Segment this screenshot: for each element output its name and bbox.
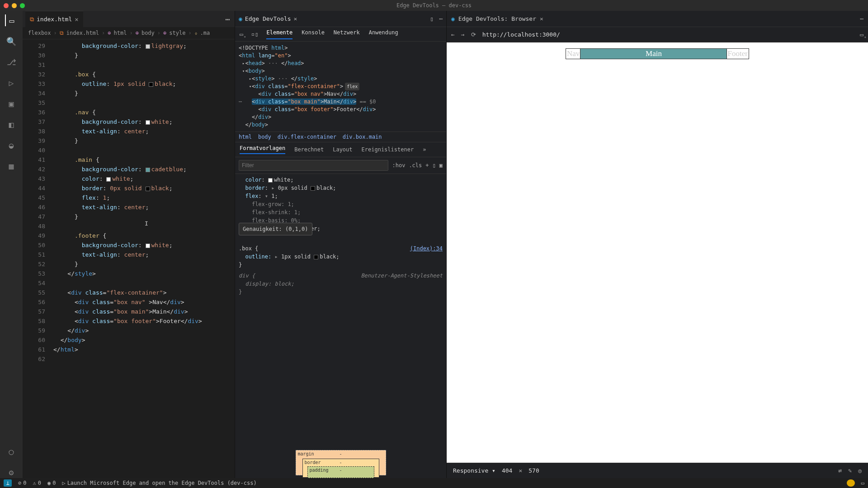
dom-tree[interactable]: <!DOCTYPE html> <html lang="en"> ▸<head>…: [235, 42, 446, 132]
close-tab-icon[interactable]: ×: [540, 15, 543, 22]
reload-icon[interactable]: ⟳: [471, 31, 476, 38]
code-lines: background-color: lightgray; } .box { ou…: [23, 39, 235, 354]
tab-anwendung[interactable]: Anwendung: [369, 29, 398, 39]
errors-count[interactable]: ⊘ 0: [18, 480, 26, 486]
url-field[interactable]: http://localhost:3000/: [482, 31, 854, 38]
run-debug-icon[interactable]: ▷: [5, 77, 17, 89]
browser-urlbar: ← → ⟳ http://localhost:3000/ ▭̥: [447, 27, 868, 42]
device-mode[interactable]: Responsive ▾: [453, 467, 495, 474]
add-rule-icon[interactable]: +: [425, 162, 429, 169]
screenshot-icon[interactable]: ◎: [858, 467, 862, 474]
cls-toggle[interactable]: .cls: [409, 162, 422, 169]
tab-label: Edge DevTools: Browser: [458, 15, 536, 22]
window-title: Edge DevTools — dev-css: [396, 2, 472, 9]
rendered-page: Nav Main Footer: [566, 49, 749, 59]
source-control-icon[interactable]: ⎇: [5, 56, 17, 68]
specificity-tooltip: Genauigkeit: (0,1,0): [239, 223, 312, 235]
devtools-tabstrip: ◉ Edge DevTools × ▯ ⋯: [235, 11, 446, 27]
device-emulation-bar: Responsive ▾ 404 × 570 ⇄ ✎ ◎: [447, 463, 868, 478]
render-main: Main: [580, 49, 726, 59]
devtools-panel: ◉ Edge DevTools × ▯ ⋯ ▭̥ ▫▯ Elemente Kon…: [235, 11, 447, 478]
tab-label: Edge DevTools: [245, 15, 291, 22]
more-actions-icon[interactable]: ⋯: [225, 14, 230, 24]
launch-edge-button[interactable]: ▷ Launch Microsoft Edge and open the Edg…: [62, 480, 256, 486]
device-height[interactable]: 570: [528, 467, 539, 474]
inspect-icon[interactable]: ▭̥: [240, 31, 243, 38]
pin-icon[interactable]: ▯: [433, 162, 436, 169]
search-icon[interactable]: 🔍: [5, 35, 17, 47]
tab-konsole[interactable]: Konsole: [302, 29, 325, 39]
minimize-window-icon[interactable]: [12, 3, 17, 8]
styles-filter-row: :hov .cls + ▯ ▣: [235, 157, 446, 174]
warnings-count[interactable]: ⚠ 0: [33, 480, 41, 486]
remote-icon[interactable]: ◧: [5, 118, 17, 130]
box-model: margin- border- padding-: [235, 448, 446, 478]
styles-body[interactable]: color: white; border: ▸ 0px solid black;…: [235, 174, 446, 448]
status-badge-icon[interactable]: [847, 479, 855, 487]
render-footer: Footer: [727, 49, 749, 59]
split-icon[interactable]: ▯: [430, 15, 434, 22]
more-icon[interactable]: ⋯: [860, 15, 863, 22]
close-tab-icon[interactable]: ×: [294, 15, 297, 22]
edge-logo-icon: ◉: [451, 15, 455, 22]
text-cursor-icon: I: [145, 219, 148, 228]
dom-breadcrumb[interactable]: html body div.flex-container div.box.mai…: [235, 132, 446, 142]
line-gutter: 2930313233343536373839404142434445464748…: [23, 39, 50, 364]
extensions-icon[interactable]: ▣: [5, 98, 17, 109]
more-tabs-icon[interactable]: »: [423, 146, 426, 153]
settings-gear-icon[interactable]: ⚙: [5, 466, 17, 478]
back-icon[interactable]: ←: [451, 31, 455, 38]
maximize-window-icon[interactable]: [20, 3, 25, 8]
times-icon: ×: [519, 467, 522, 474]
breadcrumb[interactable]: flexbox› ⧉index.html› ⊕html› ⊕body› ⊕sty…: [23, 27, 235, 39]
tab-devtools[interactable]: ◉ Edge DevTools ×: [239, 15, 297, 22]
remote-indicator-icon[interactable]: ⟂: [4, 479, 12, 487]
editor-tabs: ⧉ index.html × ⋯: [23, 11, 235, 27]
tab-ereignis[interactable]: Ereignislistener: [362, 146, 414, 153]
rotate-icon[interactable]: ⇄: [839, 467, 842, 474]
tab-filename: index.html: [37, 16, 72, 23]
window-titlebar: Edge DevTools — dev-css: [0, 0, 868, 11]
ruler-icon[interactable]: ✎: [848, 467, 852, 474]
browser-panel: ◉ Edge DevTools: Browser × ⋯ ← → ⟳ http:…: [447, 11, 868, 478]
html-file-icon: ⧉: [30, 16, 34, 23]
device-icon[interactable]: ▫▯: [251, 31, 259, 38]
close-tab-icon[interactable]: ×: [75, 16, 78, 23]
account-icon[interactable]: ◯: [5, 446, 17, 457]
chevron-down-icon: ▾: [492, 467, 495, 474]
more-icon[interactable]: ⋯: [439, 15, 443, 22]
inspect-icon[interactable]: ▭̥: [860, 31, 863, 38]
explorer-icon[interactable]: ▭: [5, 14, 17, 26]
forward-icon[interactable]: →: [461, 31, 465, 38]
traffic-lights: [4, 3, 25, 8]
tab-elemente[interactable]: Elemente: [266, 29, 292, 39]
tab-netzwerk[interactable]: Netzwerk: [334, 29, 360, 39]
code-editor[interactable]: 2930313233343536373839404142434445464748…: [23, 39, 235, 478]
render-nav: Nav: [566, 49, 580, 59]
status-bar: ⟂ ⊘ 0 ⚠ 0 ◉ 0 ▷ Launch Microsoft Edge an…: [0, 478, 868, 488]
source-link[interactable]: (Index):34: [410, 244, 443, 253]
hov-toggle[interactable]: :hov: [392, 162, 405, 169]
tab-layout[interactable]: Layout: [333, 146, 352, 153]
browser-tabstrip: ◉ Edge DevTools: Browser × ⋯: [447, 11, 868, 27]
edge-logo-icon: ◉: [239, 15, 242, 22]
edge-icon[interactable]: ◒: [5, 139, 17, 151]
tab-berechnet[interactable]: Berechnet: [294, 146, 324, 153]
device-width[interactable]: 404: [502, 467, 512, 474]
close-window-icon[interactable]: [4, 3, 9, 8]
ports-count[interactable]: ◉ 0: [47, 480, 56, 486]
bell-icon[interactable]: ▭: [861, 480, 864, 486]
tab-formatvorlagen[interactable]: Formatvorlagen: [240, 145, 285, 154]
activity-bar: ▭ 🔍 ⎇ ▷ ▣ ◧ ◒ ▦ ◯ ⚙: [0, 11, 23, 478]
filter-input[interactable]: [239, 160, 388, 171]
pictures-icon[interactable]: ▦: [5, 160, 17, 172]
panel-icon[interactable]: ▣: [439, 162, 443, 169]
styles-tabs: Formatvorlagen Berechnet Layout Ereignis…: [235, 142, 446, 157]
editor-panel: ⧉ index.html × ⋯ flexbox› ⧉index.html› ⊕…: [23, 11, 235, 478]
devtools-toolbar: ▭̥ ▫▯ Elemente Konsole Netzwerk Anwendun…: [235, 27, 446, 42]
tab-index-html[interactable]: ⧉ index.html ×: [25, 11, 83, 27]
browser-viewport: Nav Main Footer: [447, 42, 868, 463]
